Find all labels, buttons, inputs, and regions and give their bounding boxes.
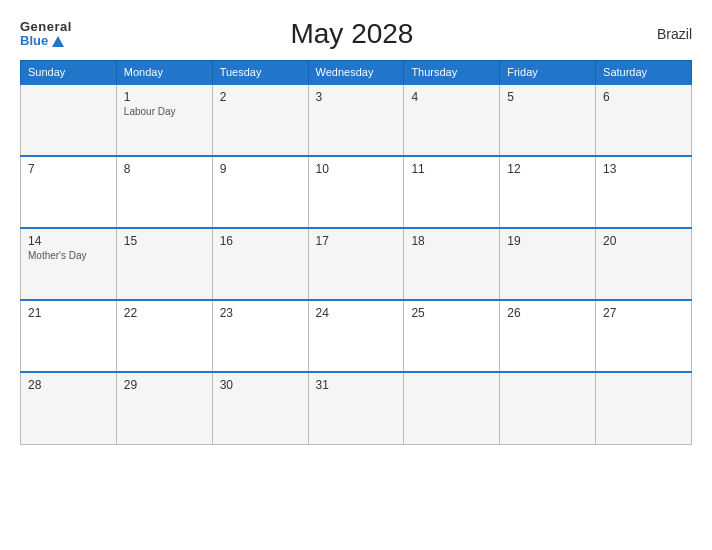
calendar-cell: 5: [500, 84, 596, 156]
day-number: 5: [507, 90, 588, 104]
weekday-header-monday: Monday: [116, 61, 212, 85]
calendar-cell: 8: [116, 156, 212, 228]
day-number: 17: [316, 234, 397, 248]
day-number: 29: [124, 378, 205, 392]
week-row-5: 28293031: [21, 372, 692, 444]
day-number: 26: [507, 306, 588, 320]
day-number: 16: [220, 234, 301, 248]
calendar-cell: [596, 372, 692, 444]
calendar-table: SundayMondayTuesdayWednesdayThursdayFrid…: [20, 60, 692, 445]
day-number: 13: [603, 162, 684, 176]
calendar-cell: 28: [21, 372, 117, 444]
calendar-cell: 1Labour Day: [116, 84, 212, 156]
calendar-page: General Blue May 2028 Brazil SundayMonda…: [0, 0, 712, 550]
day-number: 31: [316, 378, 397, 392]
calendar-cell: 31: [308, 372, 404, 444]
day-event: Labour Day: [124, 106, 205, 117]
day-number: 25: [411, 306, 492, 320]
calendar-cell: 26: [500, 300, 596, 372]
day-number: 11: [411, 162, 492, 176]
calendar-cell: 12: [500, 156, 596, 228]
weekday-header-thursday: Thursday: [404, 61, 500, 85]
logo-blue-text: Blue: [20, 34, 64, 48]
calendar-cell: 17: [308, 228, 404, 300]
weekday-header-friday: Friday: [500, 61, 596, 85]
calendar-cell: 9: [212, 156, 308, 228]
month-title: May 2028: [72, 18, 632, 50]
calendar-cell: 24: [308, 300, 404, 372]
weekday-header-sunday: Sunday: [21, 61, 117, 85]
day-number: 27: [603, 306, 684, 320]
calendar-cell: 29: [116, 372, 212, 444]
week-row-4: 21222324252627: [21, 300, 692, 372]
day-number: 10: [316, 162, 397, 176]
calendar-cell: 30: [212, 372, 308, 444]
calendar-cell: 25: [404, 300, 500, 372]
day-number: 23: [220, 306, 301, 320]
calendar-cell: 10: [308, 156, 404, 228]
day-number: 1: [124, 90, 205, 104]
weekday-row: SundayMondayTuesdayWednesdayThursdayFrid…: [21, 61, 692, 85]
week-row-2: 78910111213: [21, 156, 692, 228]
calendar-cell: 21: [21, 300, 117, 372]
day-number: 24: [316, 306, 397, 320]
calendar-cell: [404, 372, 500, 444]
day-number: 12: [507, 162, 588, 176]
calendar-header: SundayMondayTuesdayWednesdayThursdayFrid…: [21, 61, 692, 85]
calendar-cell: 6: [596, 84, 692, 156]
calendar-cell: 19: [500, 228, 596, 300]
logo-general-text: General: [20, 20, 72, 34]
day-number: 15: [124, 234, 205, 248]
day-number: 19: [507, 234, 588, 248]
calendar-cell: [21, 84, 117, 156]
day-number: 28: [28, 378, 109, 392]
day-number: 4: [411, 90, 492, 104]
country-label: Brazil: [632, 26, 692, 42]
header: General Blue May 2028 Brazil: [20, 18, 692, 50]
calendar-cell: [500, 372, 596, 444]
calendar-cell: 13: [596, 156, 692, 228]
calendar-cell: 11: [404, 156, 500, 228]
day-number: 7: [28, 162, 109, 176]
week-row-1: 1Labour Day23456: [21, 84, 692, 156]
calendar-cell: 2: [212, 84, 308, 156]
day-number: 8: [124, 162, 205, 176]
day-number: 30: [220, 378, 301, 392]
logo: General Blue: [20, 20, 72, 49]
calendar-cell: 7: [21, 156, 117, 228]
day-event: Mother's Day: [28, 250, 109, 261]
day-number: 22: [124, 306, 205, 320]
logo-triangle-icon: [52, 36, 64, 47]
calendar-cell: 22: [116, 300, 212, 372]
day-number: 9: [220, 162, 301, 176]
calendar-cell: 18: [404, 228, 500, 300]
calendar-cell: 23: [212, 300, 308, 372]
calendar-cell: 14Mother's Day: [21, 228, 117, 300]
calendar-cell: 16: [212, 228, 308, 300]
day-number: 18: [411, 234, 492, 248]
day-number: 3: [316, 90, 397, 104]
day-number: 20: [603, 234, 684, 248]
day-number: 2: [220, 90, 301, 104]
calendar-body: 1Labour Day234567891011121314Mother's Da…: [21, 84, 692, 444]
day-number: 6: [603, 90, 684, 104]
calendar-cell: 27: [596, 300, 692, 372]
calendar-cell: 3: [308, 84, 404, 156]
weekday-header-wednesday: Wednesday: [308, 61, 404, 85]
calendar-cell: 4: [404, 84, 500, 156]
day-number: 21: [28, 306, 109, 320]
week-row-3: 14Mother's Day151617181920: [21, 228, 692, 300]
weekday-header-saturday: Saturday: [596, 61, 692, 85]
calendar-cell: 15: [116, 228, 212, 300]
weekday-header-tuesday: Tuesday: [212, 61, 308, 85]
calendar-cell: 20: [596, 228, 692, 300]
day-number: 14: [28, 234, 109, 248]
